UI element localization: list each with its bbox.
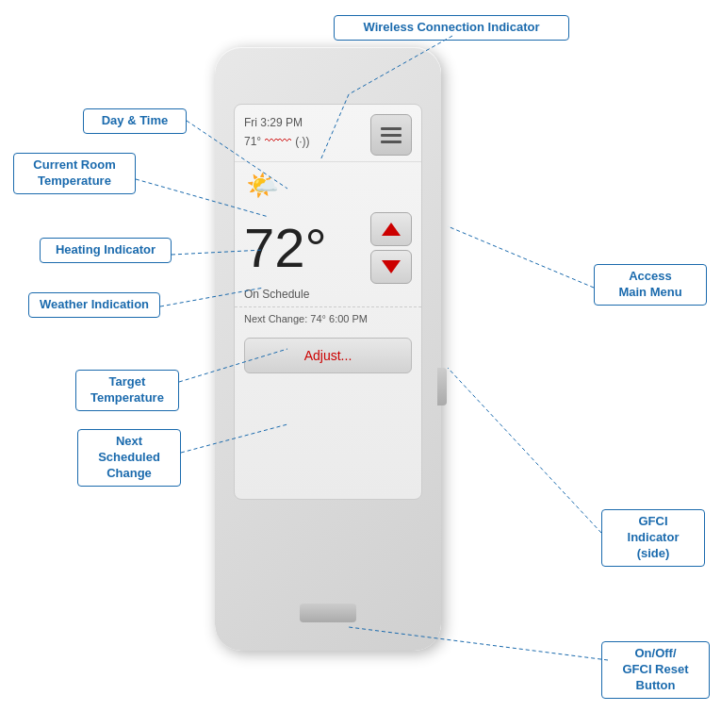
weather-icon: 🌤️ [246, 170, 410, 201]
current-temp-row: 71° 〰〰 (·)) [244, 131, 309, 151]
adjust-button[interactable]: Adjust... [244, 338, 412, 373]
label-wireless: Wireless Connection Indicator [334, 15, 569, 41]
arrow-up-icon [382, 223, 401, 236]
thermostat-device: Fri 3:29 PM 71° 〰〰 (·)) 🌤️ 72° [215, 47, 441, 651]
heating-symbol: 〰〰 [265, 131, 291, 151]
screen-top-bar: Fri 3:29 PM 71° 〰〰 (·)) [235, 105, 421, 162]
wifi-symbol: (·)) [295, 133, 309, 150]
onoff-button[interactable] [300, 604, 356, 622]
menu-button[interactable] [370, 114, 412, 156]
label-gfci-side: GFCIIndicator(side) [601, 509, 705, 567]
label-target-temp: TargetTemperature [75, 370, 179, 411]
gfci-side-indicator [437, 368, 447, 405]
temp-control-buttons [370, 212, 412, 284]
svg-line-6 [448, 226, 594, 288]
label-daytime: Day & Time [83, 108, 187, 134]
arrow-down-icon [382, 260, 401, 273]
on-schedule-text: On Schedule [235, 288, 421, 306]
datetime-text: Fri 3:29 PM [244, 114, 309, 131]
menu-line-3 [381, 141, 401, 143]
datetime-temp-area: Fri 3:29 PM 71° 〰〰 (·)) [244, 114, 309, 151]
current-temp-value: 71° [244, 133, 261, 150]
label-next-change: NextScheduledChange [77, 429, 181, 487]
label-weather: Weather Indication [28, 292, 160, 318]
label-heating: Heating Indicator [40, 238, 172, 263]
label-access-menu: AccessMain Menu [594, 264, 707, 306]
temp-down-button[interactable] [370, 250, 412, 284]
temp-up-button[interactable] [370, 212, 412, 246]
weather-area: 🌤️ [235, 162, 421, 208]
menu-icon [381, 127, 401, 143]
menu-line-1 [381, 127, 401, 130]
svg-line-9 [448, 368, 601, 533]
thermostat-screen: Fri 3:29 PM 71° 〰〰 (·)) 🌤️ 72° [234, 104, 422, 500]
next-change-text: Next Change: 74° 6:00 PM [235, 306, 421, 330]
label-current-temp: Current RoomTemperature [13, 153, 136, 194]
target-temp-display: 72° [244, 221, 363, 275]
temp-control-area: 72° [235, 208, 421, 288]
menu-line-2 [381, 134, 401, 137]
label-onoff: On/Off/GFCI ResetButton [601, 641, 710, 699]
